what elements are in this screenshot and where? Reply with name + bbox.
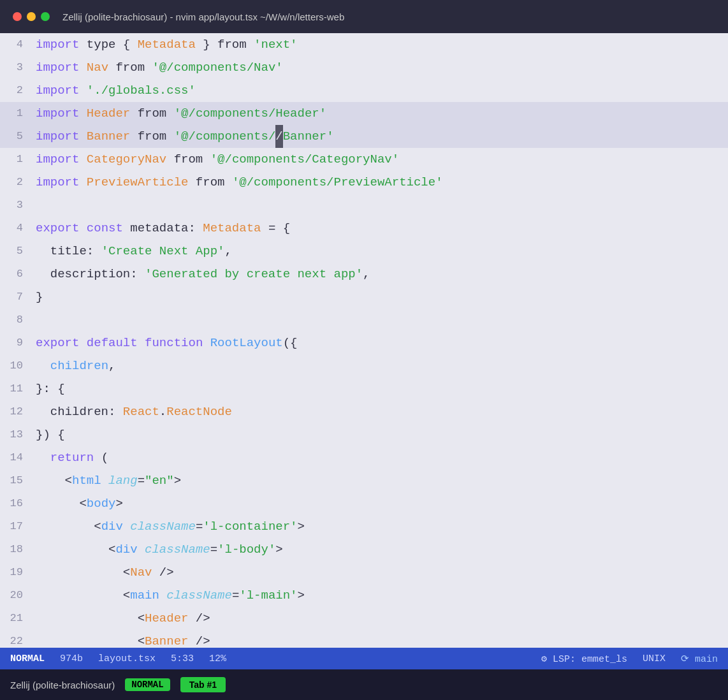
line-content: }: { — [33, 377, 728, 400]
cursor: / — [275, 125, 282, 148]
line-content: <Banner /> — [33, 630, 728, 648]
line-number: 2 — [0, 171, 33, 194]
line-number: 19 — [0, 561, 33, 584]
line-number: 2 — [0, 79, 33, 102]
code-line: 1import CategoryNav from '@/components/C… — [0, 148, 728, 171]
line-number: 7 — [0, 286, 33, 309]
code-line: 19 <Nav /> — [0, 561, 728, 584]
editor: 4import type { Metadata } from 'next'3im… — [0, 33, 728, 648]
line-content: return ( — [33, 446, 728, 469]
line-number: 4 — [0, 33, 33, 56]
line-number: 5 — [0, 240, 33, 263]
line-number: 13 — [0, 423, 33, 446]
code-line: 5import Banner from '@/components//Banne… — [0, 125, 728, 148]
git-branch: ⟳ main — [681, 653, 718, 665]
line-number: 1 — [0, 148, 33, 171]
code-line: 16 <body> — [0, 492, 728, 515]
line-content: }) { — [33, 423, 728, 446]
code-line: 5 title: 'Create Next App', — [0, 240, 728, 263]
line-number: 15 — [0, 469, 33, 492]
status-bar: NORMAL 974b layout.tsx 5:33 12% ⚙ LSP: e… — [0, 648, 728, 669]
title-bar: Zellij (polite-brachiosaur) - nvim app/l… — [0, 0, 728, 33]
line-number: 21 — [0, 607, 33, 630]
line-number: 11 — [0, 377, 33, 400]
line-number: 17 — [0, 515, 33, 538]
line-content: description: 'Generated by create next a… — [33, 263, 728, 286]
code-line: 11}: { — [0, 377, 728, 400]
line-content: <Nav /> — [33, 561, 728, 584]
file-size: 974b — [60, 653, 83, 664]
line-content: <div className='l-container'> — [33, 515, 728, 538]
window-title: Zellij (polite-brachiosaur) - nvim app/l… — [62, 11, 344, 22]
line-content: import Header from '@/components/Header' — [33, 102, 728, 125]
active-tab[interactable]: Tab #1 — [180, 677, 226, 692]
zellij-title: Zellij (polite-brachiosaur) — [10, 680, 115, 690]
line-number: 9 — [0, 332, 33, 354]
code-line: 20 <main className='l-main'> — [0, 584, 728, 607]
filename: layout.tsx — [98, 653, 156, 664]
code-line: 21 <Header /> — [0, 607, 728, 630]
line-content: import Nav from '@/components/Nav' — [33, 56, 728, 79]
line-content: export default function RootLayout({ — [33, 332, 728, 354]
line-content: } — [33, 286, 728, 309]
line-content: title: 'Create Next App', — [33, 240, 728, 263]
line-number: 12 — [0, 400, 33, 423]
code-line: 12 children: React.ReactNode — [0, 400, 728, 423]
line-number: 14 — [0, 446, 33, 469]
code-line: 14 return ( — [0, 446, 728, 469]
line-number: 4 — [0, 217, 33, 240]
line-content: import PreviewArticle from '@/components… — [33, 171, 728, 194]
line-content: import CategoryNav from '@/components/Ca… — [33, 148, 728, 171]
line-content: <div className='l-body'> — [33, 538, 728, 561]
tab-bar: Zellij (polite-brachiosaur) NORMAL Tab #… — [0, 669, 728, 700]
line-number: 16 — [0, 492, 33, 515]
code-line: 4export const metadata: Metadata = { — [0, 217, 728, 240]
code-line: 18 <div className='l-body'> — [0, 538, 728, 561]
line-content: <Header /> — [33, 607, 728, 630]
code-line: 13}) { — [0, 423, 728, 446]
close-button[interactable] — [13, 12, 22, 21]
line-content: export const metadata: Metadata = { — [33, 217, 728, 240]
minimize-button[interactable] — [27, 12, 36, 21]
code-line: 9export default function RootLayout({ — [0, 332, 728, 354]
line-content: <body> — [33, 492, 728, 515]
tab-mode: NORMAL — [125, 678, 170, 691]
line-number: 1 — [0, 102, 33, 125]
code-line: 2import './globals.css' — [0, 79, 728, 102]
code-line: 6 description: 'Generated by create next… — [0, 263, 728, 286]
vim-mode: NORMAL — [10, 653, 45, 664]
line-number: 3 — [0, 56, 33, 79]
traffic-lights — [13, 12, 50, 21]
line-number: 20 — [0, 584, 33, 607]
code-line: 3import Nav from '@/components/Nav' — [0, 56, 728, 79]
line-ending: UNIX — [643, 653, 666, 664]
scroll-percent: 12% — [209, 653, 226, 664]
maximize-button[interactable] — [41, 12, 50, 21]
line-content — [33, 194, 728, 217]
line-content — [33, 309, 728, 332]
code-line: 3 — [0, 194, 728, 217]
line-content: children: React.ReactNode — [33, 400, 728, 423]
code-line: 1import Header from '@/components/Header… — [0, 102, 728, 125]
line-number: 3 — [0, 194, 33, 217]
code-line: 8 — [0, 309, 728, 332]
lsp-status: ⚙ LSP: emmet_ls — [541, 653, 627, 665]
line-content: import Banner from '@/components//Banner… — [33, 125, 728, 148]
code-line: 7} — [0, 286, 728, 309]
line-number: 18 — [0, 538, 33, 561]
cursor-position: 5:33 — [171, 653, 194, 664]
code-line: 22 <Banner /> — [0, 630, 728, 648]
line-number: 8 — [0, 309, 33, 332]
line-content: <main className='l-main'> — [33, 584, 728, 607]
line-content: <html lang="en"> — [33, 469, 728, 492]
code-line: 4import type { Metadata } from 'next' — [0, 33, 728, 56]
line-content: import type { Metadata } from 'next' — [33, 33, 728, 56]
code-line: 17 <div className='l-container'> — [0, 515, 728, 538]
code-line: 15 <html lang="en"> — [0, 469, 728, 492]
line-number: 22 — [0, 630, 33, 648]
line-number: 10 — [0, 354, 33, 377]
code-area[interactable]: 4import type { Metadata } from 'next'3im… — [0, 33, 728, 648]
line-content: children, — [33, 354, 728, 377]
line-number: 5 — [0, 125, 33, 148]
code-line: 2import PreviewArticle from '@/component… — [0, 171, 728, 194]
